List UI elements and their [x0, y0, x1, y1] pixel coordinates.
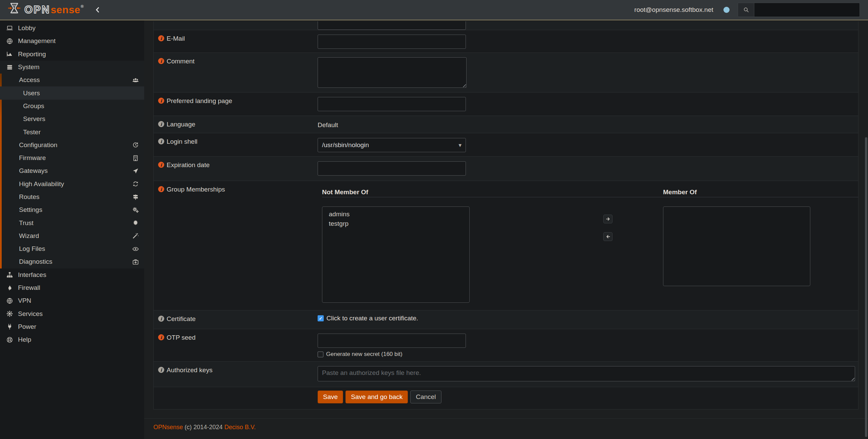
- landing-page-input[interactable]: [318, 97, 466, 111]
- sidebar-item-system[interactable]: System: [0, 61, 144, 74]
- sidebar-item-log-files[interactable]: Log Files: [0, 242, 144, 255]
- sidebar-label: Firewall: [18, 284, 40, 292]
- sidebar-collapse-button[interactable]: [93, 5, 103, 15]
- search-input[interactable]: [754, 3, 860, 17]
- sidebar-label: Users: [23, 89, 40, 97]
- remove-from-group-button[interactable]: [603, 232, 612, 241]
- not-member-of-listbox[interactable]: admins testgrp: [322, 206, 470, 303]
- hourglass-logo-icon: [7, 2, 21, 18]
- sidebar-item-servers[interactable]: Servers: [0, 113, 144, 125]
- opnsense-footer-link[interactable]: OPNsense: [153, 424, 183, 431]
- plug-icon: [5, 323, 14, 330]
- field-label: Preferred landing page: [167, 97, 232, 105]
- info-icon: [158, 138, 164, 144]
- sidebar-item-routes[interactable]: Routes: [0, 191, 144, 203]
- group-option[interactable]: admins: [322, 209, 469, 219]
- sidebar-label: Reporting: [18, 51, 46, 58]
- create-certificate-checkbox[interactable]: ✓: [318, 315, 324, 321]
- member-heading: Member Of: [663, 188, 697, 196]
- sidebar-item-wizard[interactable]: Wizard: [0, 230, 144, 242]
- chevron-left-icon: [94, 6, 101, 14]
- login-shell-select[interactable]: /usr/sbin/nologin: [318, 138, 466, 152]
- sidebar-item-configuration[interactable]: Configuration: [0, 139, 144, 152]
- field-label: Certificate: [167, 315, 196, 323]
- vertical-scrollbar-thumb[interactable]: [865, 137, 867, 437]
- sidebar-label: Tester: [23, 128, 41, 136]
- info-icon: [158, 334, 164, 340]
- logged-in-user: root@opnsense.softbox.net: [634, 6, 713, 14]
- sidebar-label: Diagnostics: [19, 258, 52, 265]
- sidebar-item-high-availability[interactable]: High Availability: [0, 178, 144, 191]
- sidebar-label: Configuration: [19, 141, 57, 149]
- add-to-group-button[interactable]: [603, 215, 612, 223]
- sidebar-label: Services: [18, 310, 43, 318]
- email-input[interactable]: [318, 35, 466, 49]
- sidebar-item-tester[interactable]: Tester: [0, 125, 144, 138]
- field-label: Login shell: [167, 138, 197, 145]
- sidebar-item-reporting[interactable]: Reporting: [0, 48, 144, 61]
- sidebar-item-firewall[interactable]: Firewall: [0, 281, 144, 294]
- field-label: OTP seed: [167, 334, 195, 341]
- member-of-listbox[interactable]: [663, 206, 810, 286]
- field-label: Authorized keys: [167, 366, 212, 374]
- cancel-button[interactable]: Cancel: [410, 391, 441, 403]
- save-and-go-back-button[interactable]: Save and go back: [345, 391, 408, 403]
- sidebar-item-management[interactable]: Management: [0, 35, 144, 47]
- eye-icon: [132, 245, 139, 253]
- sidebar-label: Gateways: [19, 167, 48, 175]
- global-search: [738, 3, 860, 17]
- form-row-landing-page: Preferred landing page: [154, 93, 858, 116]
- expiration-date-input[interactable]: [318, 161, 466, 176]
- medkit-icon: [132, 258, 139, 265]
- sidebar-label: System: [18, 63, 39, 71]
- generate-secret-checkbox[interactable]: [318, 352, 323, 357]
- sidebar-item-firmware[interactable]: Firmware: [0, 152, 144, 164]
- authorized-keys-textarea[interactable]: [318, 366, 855, 381]
- gear-icon: [5, 310, 14, 317]
- sidebar-item-interfaces[interactable]: Interfaces: [0, 268, 144, 281]
- form-row-authorized-keys: Authorized keys: [154, 362, 858, 387]
- language-value: Default: [318, 121, 858, 129]
- sidebar-label: Routes: [19, 193, 39, 201]
- sidebar-item-power[interactable]: Power: [0, 320, 144, 333]
- deciso-footer-link[interactable]: Deciso B.V.: [224, 424, 256, 431]
- opnsense-logo[interactable]: OPNsense®: [0, 2, 84, 18]
- sidebar-item-users[interactable]: Users: [0, 86, 144, 99]
- sidebar-label: Management: [18, 37, 56, 45]
- sidebar-item-vpn[interactable]: VPN: [0, 294, 144, 307]
- not-member-heading: Not Member Of: [322, 188, 368, 196]
- copyright-text: (c) 2014-2024: [185, 424, 223, 431]
- sidebar-item-gateways[interactable]: Gateways: [0, 164, 144, 177]
- sidebar-item-services[interactable]: Services: [0, 307, 144, 320]
- refresh-icon: [132, 180, 139, 187]
- checkbox-label: Click to create a user certificate.: [326, 315, 418, 322]
- sidebar-item-groups[interactable]: Groups: [0, 100, 144, 113]
- sidebar-item-trust[interactable]: Trust: [0, 216, 144, 229]
- otp-seed-input[interactable]: [318, 334, 466, 348]
- form-row-comment: Comment: [154, 53, 858, 93]
- arrow-right-icon: [606, 218, 609, 220]
- info-icon: [158, 186, 164, 192]
- sidebar-item-settings[interactable]: Settings: [0, 203, 144, 216]
- group-option[interactable]: testgrp: [322, 219, 469, 228]
- sidebar-item-diagnostics[interactable]: Diagnostics: [0, 255, 144, 268]
- selected-shell: /usr/sbin/nologin: [322, 141, 369, 149]
- sitemap-icon: [5, 271, 14, 278]
- save-button[interactable]: Save: [318, 391, 343, 403]
- laptop-icon: [5, 25, 14, 32]
- globe-icon: [5, 38, 14, 45]
- sidebar-label: Firmware: [19, 154, 46, 162]
- sidebar-label: Power: [18, 323, 36, 331]
- sidebar-label: Servers: [23, 115, 45, 123]
- sidebar-item-lobby[interactable]: Lobby: [0, 22, 144, 35]
- comment-textarea[interactable]: [318, 57, 467, 88]
- checkbox-label: Generate new secret (160 bit): [326, 351, 402, 358]
- sidebar-item-access[interactable]: Access: [0, 74, 144, 86]
- form-row-scrolled: [154, 21, 858, 30]
- search-icon: [738, 3, 754, 17]
- info-icon: [158, 367, 164, 373]
- info-icon: [158, 98, 164, 104]
- field-label: Group Memberships: [167, 186, 225, 193]
- scrolled-input[interactable]: [318, 21, 466, 30]
- sidebar-item-help[interactable]: Help: [0, 333, 144, 346]
